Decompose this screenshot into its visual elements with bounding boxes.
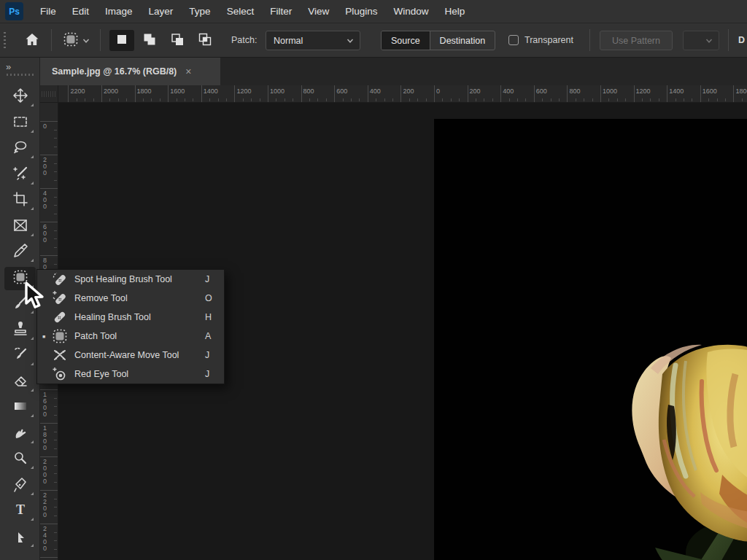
tool-eyedropper[interactable] xyxy=(4,241,36,264)
tool-type[interactable]: T xyxy=(4,499,36,523)
tool-frame[interactable] xyxy=(4,215,36,238)
ruler-minor-tick xyxy=(160,98,160,101)
menu-plugins[interactable]: Plugins xyxy=(337,0,385,23)
tool-rectangular-marquee[interactable] xyxy=(4,112,36,135)
ruler-tick xyxy=(634,85,635,103)
source-destination-toggle: Source Destination xyxy=(381,31,495,50)
ruler-label: 200 xyxy=(470,88,481,95)
ruler-tick xyxy=(667,85,667,103)
flyout-corner-icon xyxy=(31,207,34,210)
subtract-from-selection-button[interactable] xyxy=(165,30,190,51)
menu-image[interactable]: Image xyxy=(97,0,141,23)
tool-lasso[interactable] xyxy=(4,137,36,160)
tools-panel-grip[interactable] xyxy=(7,74,34,76)
ruler-tick xyxy=(268,85,268,103)
pattern-picker-dropdown[interactable] xyxy=(683,31,719,50)
pen-icon xyxy=(12,476,28,495)
flyout-item-red-eye-tool[interactable]: Red Eye ToolJ xyxy=(37,365,224,384)
flyout-item-healing-brush-tool[interactable]: Healing Brush ToolH xyxy=(37,308,224,327)
ruler-minor-tick xyxy=(625,98,626,101)
new-selection-button[interactable] xyxy=(109,30,134,51)
document-tab-strip: Sample.jpg @ 16.7% (RGB/8) × xyxy=(40,58,747,85)
ruler-minor-tick xyxy=(642,98,643,101)
flyout-corner-icon xyxy=(31,518,34,521)
document-image[interactable] xyxy=(434,119,747,560)
tools-panel: » T xyxy=(0,58,40,560)
menu-select[interactable]: Select xyxy=(219,0,263,23)
ruler-tick xyxy=(700,85,701,103)
ruler-origin-corner[interactable] xyxy=(40,85,58,103)
close-tab-icon[interactable]: × xyxy=(185,66,191,77)
flyout-item-spot-healing-brush-tool[interactable]: Spot Healing Brush ToolJ xyxy=(37,270,224,289)
tool-eraser[interactable] xyxy=(4,370,36,394)
tool-path-selection[interactable] xyxy=(4,526,36,549)
home-icon xyxy=(24,31,40,50)
menu-filter[interactable]: Filter xyxy=(262,0,300,23)
menu-help[interactable]: Help xyxy=(436,0,473,23)
flyout-item-label: Content-Aware Move Tool xyxy=(74,350,205,360)
ruler-tick xyxy=(68,85,69,103)
flyout-item-label: Healing Brush Tool xyxy=(74,312,205,322)
tool-clone-stamp[interactable] xyxy=(4,319,36,342)
horizontal-ruler[interactable]: 2200200018001600140012001000800600400200… xyxy=(58,85,747,103)
flyout-corner-icon xyxy=(31,233,34,236)
use-pattern-button[interactable]: Use Pattern xyxy=(600,31,673,50)
ruler-minor-tick xyxy=(617,98,618,101)
menu-file[interactable]: File xyxy=(32,0,64,23)
ruler-minor-tick xyxy=(54,415,57,416)
tool-crop[interactable] xyxy=(4,189,36,212)
ruler-label: 2400 xyxy=(43,526,47,552)
tool-preset-picker[interactable] xyxy=(60,30,98,51)
add-to-selection-icon xyxy=(142,32,157,50)
chevron-down-icon xyxy=(82,34,96,47)
ruler-minor-tick xyxy=(54,432,57,432)
flyout-corner-icon xyxy=(31,492,34,495)
tool-patch[interactable] xyxy=(4,267,36,290)
tool-magic-wand[interactable] xyxy=(4,163,36,187)
ruler-tick xyxy=(234,85,235,103)
red-eye-icon xyxy=(50,366,69,382)
ruler-minor-tick xyxy=(54,214,57,214)
photoshop-logo[interactable]: Ps xyxy=(5,2,23,20)
transparent-checkbox[interactable] xyxy=(508,35,519,45)
menu-bar: Ps FileEditImageLayerTypeSelectFilterVie… xyxy=(0,0,747,23)
add-to-selection-button[interactable] xyxy=(137,30,162,51)
tool-history-brush[interactable] xyxy=(4,344,36,368)
tool-dodge[interactable] xyxy=(4,448,36,471)
ruler-tick xyxy=(201,85,202,103)
tool-smudge[interactable] xyxy=(4,422,36,446)
ruler-minor-tick xyxy=(592,98,593,101)
menu-edit[interactable]: Edit xyxy=(64,0,97,23)
flyout-item-remove-tool[interactable]: Remove ToolO xyxy=(37,289,224,308)
intersect-selection-button[interactable] xyxy=(193,30,217,51)
ruler-label: 0 xyxy=(43,123,47,130)
menu-view[interactable]: View xyxy=(300,0,337,23)
tool-move[interactable] xyxy=(4,85,36,109)
menu-layer[interactable]: Layer xyxy=(141,0,182,23)
options-bar-grip[interactable] xyxy=(4,32,6,50)
menu-window[interactable]: Window xyxy=(385,0,436,23)
ruler-label: 2000 xyxy=(104,88,118,95)
ruler-label: 2200 xyxy=(43,492,47,518)
ruler-label: 200 xyxy=(403,88,414,95)
menu-type[interactable]: Type xyxy=(181,0,218,23)
document-tab[interactable]: Sample.jpg @ 16.7% (RGB/8) × xyxy=(40,58,220,85)
gradient-icon xyxy=(12,398,28,417)
ruler-minor-tick xyxy=(54,516,57,516)
flyout-corner-icon xyxy=(31,259,34,262)
source-button[interactable]: Source xyxy=(382,31,430,50)
destination-button[interactable]: Destination xyxy=(430,31,495,50)
tool-pen[interactable] xyxy=(4,474,36,497)
ruler-minor-tick xyxy=(54,205,57,206)
flyout-item-patch-tool[interactable]: ■Patch ToolA xyxy=(37,327,224,346)
flyout-item-content-aware-move-tool[interactable]: Content-Aware Move ToolJ xyxy=(37,346,224,365)
home-button[interactable] xyxy=(19,30,45,51)
ruler-minor-tick xyxy=(93,98,94,101)
subtract-from-selection-icon xyxy=(170,32,185,50)
patch-mode-dropdown[interactable]: Normal xyxy=(266,31,360,50)
ruler-tick xyxy=(40,490,58,491)
collapse-tools-panel-icon[interactable]: » xyxy=(6,61,12,72)
tool-brush[interactable] xyxy=(4,292,36,316)
tool-gradient[interactable] xyxy=(4,396,36,419)
clone-stamp-icon xyxy=(12,321,28,340)
